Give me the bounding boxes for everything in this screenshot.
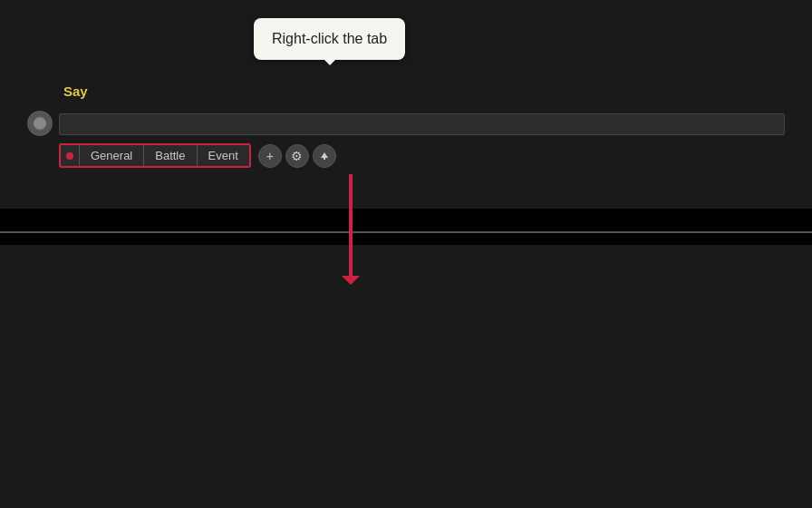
- tab-dot-top: [66, 152, 73, 160]
- tab-group-top: General Battle Event: [59, 143, 251, 168]
- menu-button[interactable]: [313, 144, 336, 168]
- arrow-down: [349, 174, 353, 283]
- settings-button[interactable]: ⚙: [285, 144, 309, 168]
- toolbar-icons: + ⚙: [258, 144, 336, 168]
- add-tab-button[interactable]: +: [258, 144, 282, 168]
- say-label-top: Say: [63, 83, 88, 99]
- tab-event-top[interactable]: Event: [197, 145, 249, 166]
- tooltip-text: Right-click the tab: [272, 31, 387, 46]
- tab-battle-top[interactable]: Battle: [143, 145, 196, 166]
- tab-general-top[interactable]: General: [79, 145, 143, 166]
- tab-bar-top: General Battle Event + ⚙: [59, 143, 336, 168]
- tooltip-bubble: Right-click the tab: [254, 18, 405, 60]
- bottom-panel: Say General Battle Even Hide Log Window …: [0, 245, 812, 508]
- top-panel: Say General Battle Event + ⚙: [0, 0, 812, 209]
- svg-rect-2: [324, 157, 325, 160]
- chat-icon-top: [27, 111, 53, 136]
- divider: [0, 231, 812, 233]
- input-bar-top[interactable]: [59, 113, 785, 135]
